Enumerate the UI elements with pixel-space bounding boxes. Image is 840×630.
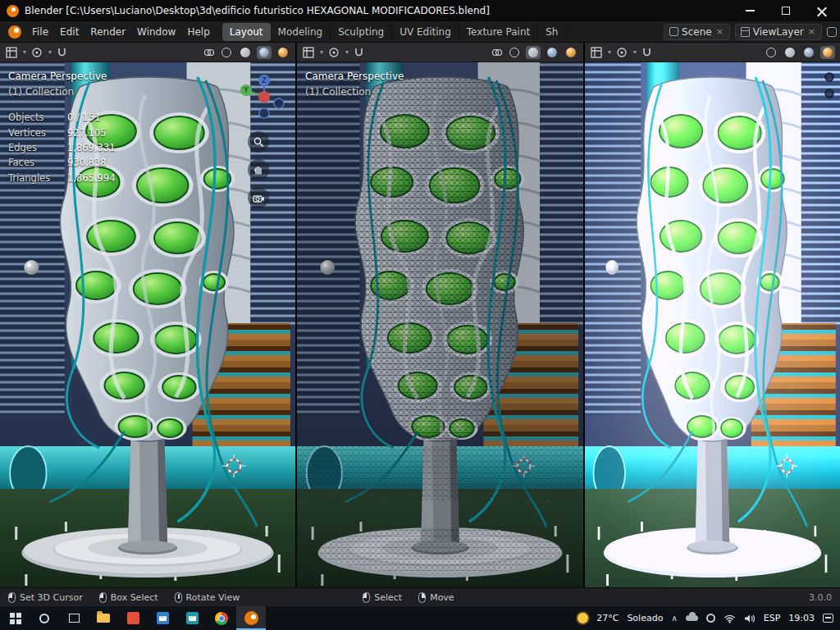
file-explorer-button[interactable] bbox=[89, 606, 118, 630]
search-button[interactable] bbox=[30, 606, 59, 630]
minimize-icon bbox=[746, 10, 755, 11]
axis-gizmo[interactable] bbox=[820, 71, 838, 103]
clock[interactable]: 19:03 bbox=[788, 613, 815, 623]
mode-icon[interactable] bbox=[327, 46, 340, 58]
pan-hand-button[interactable] bbox=[248, 159, 269, 180]
viewlayer-label: ViewLayer bbox=[753, 26, 804, 38]
editor-type-icon[interactable] bbox=[5, 46, 17, 58]
weather-description[interactable]: Soleado bbox=[627, 613, 663, 623]
shading-rendered-button[interactable] bbox=[564, 46, 578, 59]
shading-wireframe-button[interactable] bbox=[764, 46, 778, 59]
shading-material-button[interactable] bbox=[257, 46, 272, 59]
mode-caret-icon: ▾ bbox=[633, 48, 637, 56]
camera-view-button[interactable] bbox=[248, 187, 269, 208]
volume-icon[interactable] bbox=[744, 614, 756, 623]
scene-unlink-icon[interactable]: × bbox=[715, 26, 724, 37]
shading-material-button[interactable] bbox=[545, 46, 559, 59]
menu-file[interactable]: File bbox=[26, 24, 54, 40]
mode-caret-icon: ▾ bbox=[48, 48, 52, 56]
mouse-left-icon bbox=[8, 592, 16, 603]
viewlayer-icon bbox=[741, 27, 750, 36]
tray-expand-icon[interactable]: ∧ bbox=[671, 614, 677, 623]
tab-sculpting[interactable]: Sculpting bbox=[331, 23, 392, 41]
network-wifi-icon[interactable] bbox=[724, 614, 736, 623]
menu-edit[interactable]: Edit bbox=[54, 24, 84, 40]
snap-magnet-icon[interactable] bbox=[56, 46, 68, 58]
viewport-right: ▾ ▾ bbox=[585, 43, 840, 587]
blender-taskbar-button[interactable] bbox=[236, 606, 266, 630]
render-glow-overlay bbox=[585, 62, 840, 587]
messaging-app-button[interactable] bbox=[177, 606, 207, 630]
navigation-gizmo-cluster: Y Z bbox=[231, 71, 285, 208]
tab-layout[interactable]: Layout bbox=[222, 23, 271, 41]
hint-rotate-view: Rotate View bbox=[175, 592, 240, 603]
shading-solid-button[interactable] bbox=[526, 46, 541, 59]
shading-rendered-button[interactable] bbox=[276, 46, 290, 59]
photos-app-button[interactable] bbox=[118, 606, 148, 630]
editor-type-icon[interactable] bbox=[302, 46, 314, 58]
viewport-left: ▾ ▾ Camera Perspec bbox=[0, 43, 295, 587]
hint-move: Move bbox=[418, 592, 454, 603]
scene-selector[interactable]: Scene × bbox=[664, 24, 730, 40]
folder-icon bbox=[97, 614, 110, 623]
menu-render[interactable]: Render bbox=[84, 24, 131, 40]
shading-wireframe-button[interactable] bbox=[219, 46, 234, 59]
scene-label: Scene bbox=[682, 26, 712, 38]
mouse-left-icon bbox=[99, 592, 107, 603]
weather-temperature[interactable]: 27°C bbox=[596, 613, 619, 623]
shading-rendered-button[interactable] bbox=[820, 46, 835, 59]
shading-solid-button[interactable] bbox=[783, 46, 797, 59]
tab-texture-paint[interactable]: Texture Paint bbox=[459, 23, 538, 41]
solid-sphere-icon bbox=[240, 48, 250, 57]
snap-magnet-icon[interactable] bbox=[353, 46, 365, 58]
tray-app-icon[interactable] bbox=[706, 614, 715, 623]
axis-gizmo[interactable]: Y Z bbox=[231, 71, 285, 125]
viewlayer-remove-icon[interactable]: × bbox=[807, 26, 816, 37]
sun-weather-icon bbox=[578, 613, 588, 623]
tab-uv-editing[interactable]: UV Editing bbox=[392, 23, 459, 41]
shading-solid-button[interactable] bbox=[238, 46, 253, 59]
new-viewlayer-icon[interactable] bbox=[827, 27, 837, 37]
overlays-icon[interactable] bbox=[491, 46, 503, 58]
task-view-button[interactable] bbox=[59, 606, 89, 630]
editor-type-icon[interactable] bbox=[590, 46, 602, 58]
hint-set-3d-cursor: Set 3D Cursor bbox=[8, 592, 83, 603]
photos-app-icon bbox=[127, 612, 139, 624]
close-button[interactable] bbox=[804, 0, 840, 21]
zoom-button[interactable] bbox=[248, 131, 269, 153]
mode-icon[interactable] bbox=[615, 46, 628, 58]
viewport-middle-canvas[interactable]: Camera Perspective (1) Collection bbox=[297, 62, 583, 587]
blender-icon bbox=[244, 611, 258, 625]
scene-icon bbox=[669, 27, 678, 36]
notification-center-icon[interactable] bbox=[823, 614, 833, 623]
onedrive-icon[interactable] bbox=[686, 615, 698, 621]
tab-shading[interactable]: Sh bbox=[538, 23, 566, 41]
task-view-icon bbox=[69, 614, 80, 623]
svg-text:Z: Z bbox=[262, 77, 267, 84]
overlays-icon[interactable] bbox=[203, 46, 215, 58]
solid-sphere-icon bbox=[528, 48, 538, 57]
viewlayer-selector[interactable]: ViewLayer × bbox=[735, 24, 822, 40]
viewport-right-canvas[interactable] bbox=[585, 62, 840, 587]
rendered-sphere-icon bbox=[278, 48, 288, 57]
shading-wireframe-button[interactable] bbox=[507, 46, 522, 59]
chrome-icon bbox=[215, 612, 228, 625]
blender-menu-icon[interactable] bbox=[8, 25, 21, 39]
wireframe-sphere-icon bbox=[221, 48, 231, 57]
mode-caret-icon: ▾ bbox=[345, 48, 349, 56]
mode-icon[interactable] bbox=[30, 46, 43, 58]
chrome-button[interactable] bbox=[207, 606, 236, 630]
viewport-middle: ▾ ▾ bbox=[297, 43, 583, 587]
shading-material-button[interactable] bbox=[801, 46, 816, 59]
minimize-button[interactable] bbox=[732, 0, 768, 21]
windows-logo-icon bbox=[10, 613, 15, 618]
menu-window[interactable]: Window bbox=[131, 24, 181, 40]
menu-help[interactable]: Help bbox=[181, 24, 215, 40]
maximize-button[interactable] bbox=[768, 0, 804, 21]
mail-app-button[interactable] bbox=[148, 606, 177, 630]
tab-modeling[interactable]: Modeling bbox=[271, 23, 331, 41]
snap-magnet-icon[interactable] bbox=[641, 46, 653, 58]
language-indicator[interactable]: ESP bbox=[764, 613, 781, 623]
viewport-left-canvas[interactable]: Camera Perspective (1) Collection Object… bbox=[0, 62, 295, 587]
start-button[interactable] bbox=[0, 606, 30, 630]
